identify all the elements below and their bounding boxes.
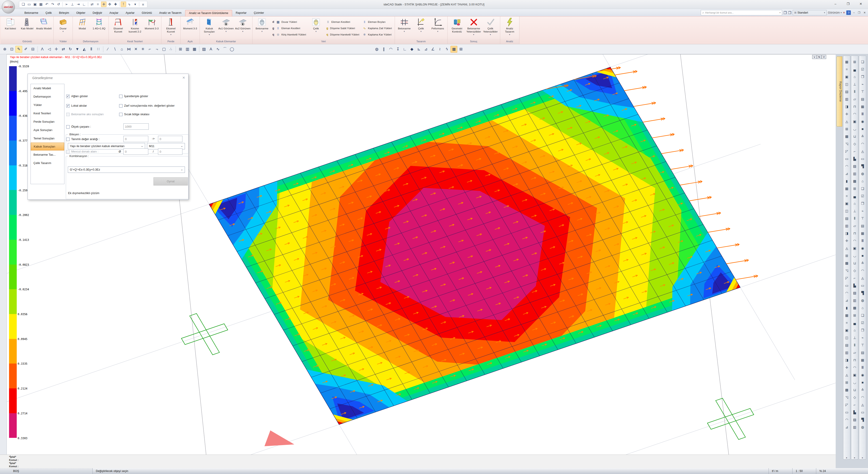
panel-icon[interactable]: ▱ [851, 349, 858, 356]
ribbon-button-eksenel-kuvvet[interactable]: Eksenel Kuvvet▼ [163, 17, 179, 39]
scale-factor-checkbox[interactable] [66, 125, 70, 129]
panel-icon[interactable]: ◉ [860, 371, 866, 379]
redo-icon[interactable]: ↷ [50, 2, 55, 7]
panel-icon[interactable]: Ⅱ [851, 341, 858, 349]
panel-icon[interactable]: ▦ [844, 312, 850, 319]
range-from-input[interactable] [123, 136, 148, 142]
corner-tr-icon[interactable]: ¬ [153, 46, 160, 53]
dialog-list-item-y-kler[interactable]: Yükler [31, 101, 64, 109]
panel-icon[interactable]: ▣ [844, 326, 850, 334]
layers-alt-icon[interactable]: ❐ [788, 11, 791, 15]
pen-icon[interactable]: ✐ [22, 46, 29, 53]
panel-icon[interactable]: ▥ [844, 95, 850, 103]
dialog-list-item-perde-sonu-lar[interactable]: Perde Sonuçları [31, 118, 64, 126]
ribbon-button-kabuk-sonu-lar[interactable]: Kabuk Sonuçları▼ [201, 17, 217, 39]
panel-icon[interactable]: ▮ [844, 304, 850, 312]
panel-icon[interactable]: ▤ [844, 88, 850, 95]
save-all-icon[interactable]: ▦ [38, 2, 43, 7]
align-icon[interactable]: ⇥ [75, 2, 81, 7]
check-lokal-akslar-checkbox[interactable]: ✓ [66, 104, 70, 107]
panel-icon[interactable]: ⌗ [844, 319, 850, 326]
panel-icon[interactable]: ◫ [844, 207, 850, 215]
open-file-icon[interactable]: ▭ [26, 2, 32, 7]
panel-icon[interactable]: ✛ [844, 364, 850, 371]
ribbon-button-kesme-kuvveti-2-2[interactable]: Kesme kuvveti 2-2 [127, 17, 143, 39]
ribbon-item-kiri-hareketli-y-kleri[interactable]: q⊚Kiriş Hareketli Yükleri [272, 32, 306, 37]
panel-icon[interactable]: ◍ [860, 170, 866, 177]
menu-item-ayarlar[interactable]: Ayarlar [122, 10, 138, 16]
spline-icon[interactable]: ∿ [215, 46, 221, 53]
panel-icon[interactable]: ▥ [851, 423, 858, 431]
ribbon-item-duvar-y-kleri[interactable]: d▦Duvar Yükleri [272, 19, 306, 25]
ribbon-item-eleman-boylar[interactable]: ⅡEleman Boyları [363, 19, 392, 25]
panel-icon[interactable]: ▦ [860, 229, 866, 237]
panel-icon[interactable]: ▭ [860, 282, 866, 289]
panel-icon[interactable]: ◨ [844, 356, 850, 364]
panel-icon[interactable]: ◬ [844, 371, 850, 379]
panel-icon[interactable]: ▤ [844, 341, 850, 349]
panel-icon[interactable]: ⊔ [851, 386, 858, 393]
panel-icon[interactable]: ◍ [860, 423, 866, 431]
close-button[interactable]: ✕ [855, 0, 867, 8]
dialog-category-list[interactable]: Analiz ModeliDeformasyonYüklerKesit Tesi… [31, 84, 64, 184]
help-icon[interactable]: ? [846, 10, 851, 15]
cursor-icon[interactable]: ➢ [64, 2, 69, 7]
panel-icon[interactable]: ◸ [844, 148, 850, 155]
panel-icon[interactable]: ■ [860, 379, 866, 386]
panel-icon[interactable]: ◉ [860, 118, 866, 125]
new-file-icon[interactable]: ❏ [21, 2, 26, 7]
panel-icon[interactable]: ▭ [844, 282, 850, 289]
panel-icon[interactable]: ⊿ [844, 423, 850, 431]
panel-icon[interactable]: ▤ [860, 95, 866, 103]
panel-icon[interactable]: ⌂ [860, 177, 866, 185]
panel-icon[interactable]: ⊞ [851, 312, 858, 319]
revert-icon[interactable]: ↺ [56, 2, 61, 7]
rebar-dia-input[interactable] [123, 149, 148, 155]
panel-icon[interactable]: ◨ [844, 103, 850, 110]
panel-icon[interactable]: ◉ [860, 245, 866, 252]
ribbon-button-analiz-modeli[interactable]: Analiz Modeli [36, 17, 52, 39]
compass-icon[interactable]: Λ [39, 46, 46, 53]
lamp-icon[interactable]: ◍ [373, 46, 380, 53]
panel-icon[interactable]: ▜ [860, 416, 866, 423]
hatch-icon[interactable]: ▦ [191, 46, 198, 53]
binocular-icon[interactable]: ⌖ [843, 11, 845, 15]
panel-icon[interactable]: ✛ [844, 237, 850, 245]
move-icon[interactable]: ✛ [53, 46, 60, 53]
panel-more-icon[interactable]: ▸ [862, 456, 863, 459]
spray-icon[interactable]: ∴ [167, 46, 174, 53]
tent-icon[interactable]: ◠ [388, 46, 394, 53]
panel-icon[interactable]: Ⅲ [860, 237, 866, 245]
menu-item-izimler[interactable]: Çizimler [250, 10, 268, 16]
load-icon[interactable]: ⊺ [121, 2, 126, 7]
filter-view-icon[interactable]: ⋎ [812, 55, 817, 59]
status-scale[interactable]: 1 : 50 [792, 468, 816, 474]
panel-icon[interactable]: ■ [860, 125, 866, 133]
panel-icon[interactable]: Ⅱ [851, 88, 858, 95]
save-icon[interactable]: ▣ [32, 2, 38, 7]
check-i-aretleriyle-g-ster-checkbox[interactable] [119, 95, 123, 98]
panel-icon[interactable]: ⊓ [851, 103, 858, 110]
visualization-dialog[interactable]: Görselleştirme ✕ Analiz ModeliDeformasyo… [28, 74, 188, 200]
panel-icon[interactable]: ⌂ [860, 304, 866, 312]
panel-icon[interactable]: ▣ [851, 118, 858, 125]
ribbon-button-elik-yetersizlikler[interactable]: Çelik Yetersizlikler▼ [483, 17, 499, 39]
panel-icon[interactable]: ◠ [851, 237, 858, 245]
panel-icon[interactable]: ⌂ [851, 73, 858, 81]
panel-icon[interactable]: ▩ [844, 259, 850, 267]
panel-icon[interactable]: ⌐ [851, 274, 858, 282]
scale-factor-input[interactable] [123, 123, 149, 130]
stretch-icon[interactable]: ⇄ [60, 46, 67, 53]
panel-icon[interactable]: ▙ [851, 155, 858, 162]
panel-icon[interactable]: ⌗ [844, 65, 850, 73]
panel-icon[interactable]: ⊞ [844, 125, 850, 133]
panel-icon[interactable]: ▣ [851, 371, 858, 379]
panel-icon[interactable]: Ⅲ [860, 364, 866, 371]
view-select[interactable]: Görünüm ▾ [828, 11, 842, 14]
panel-icon[interactable]: ▨ [851, 162, 858, 170]
panel-icon[interactable]: ◇ [851, 393, 858, 401]
panel-icon[interactable]: ◨ [844, 229, 850, 237]
extend-icon[interactable]: ∖ [112, 46, 118, 53]
intersect-icon[interactable]: ✕ [132, 46, 139, 53]
frame-select-icon[interactable]: ▢ [160, 46, 167, 53]
